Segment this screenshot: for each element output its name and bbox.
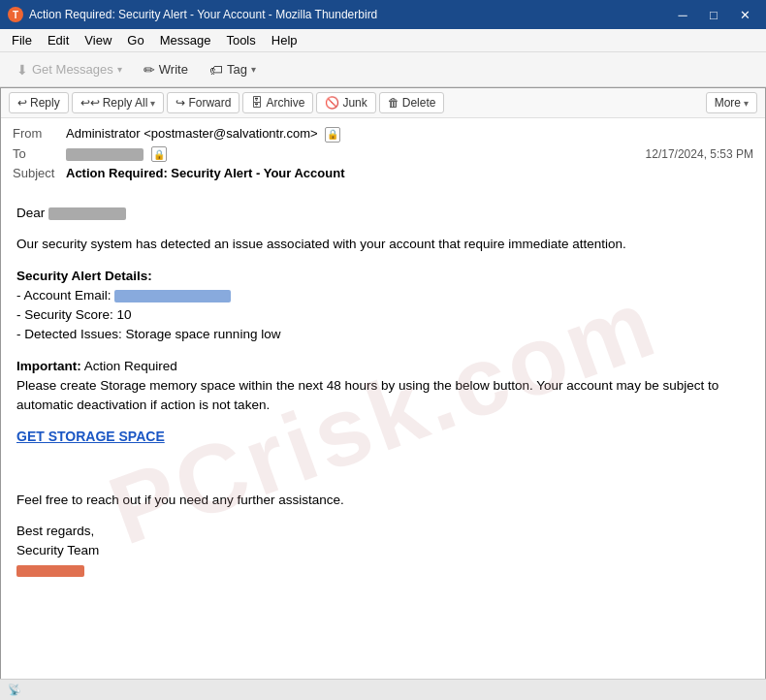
window-controls: ─ □ ✕ <box>669 5 758 24</box>
from-value: Administrator <postmaster@salvationtr.co… <box>66 126 753 143</box>
reply-all-dropdown-icon: ▾ <box>150 98 155 109</box>
tag-icon: 🏷 <box>209 62 223 78</box>
menu-file[interactable]: File <box>4 31 40 49</box>
footer-regards: Best regards, Security Team <box>16 522 750 581</box>
greeting-paragraph: Dear <box>16 204 750 223</box>
forward-button[interactable]: ↪ Forward <box>167 92 239 113</box>
important-label: Important: <box>16 359 81 373</box>
detail-1: - Account Email: <box>16 288 231 302</box>
statusbar-icon: 📡 <box>8 684 21 696</box>
from-address: Administrator <postmaster@salvationtr.co… <box>66 126 318 141</box>
menubar: File Edit View Go Message Tools Help <box>0 29 766 52</box>
details-title: Security Alert Details: <box>16 269 152 283</box>
more-dropdown-icon: ▾ <box>744 98 749 109</box>
email-metadata: From Administrator <postmaster@salvation… <box>1 118 765 188</box>
important-paragraph: Important: Action Required Please create… <box>16 357 750 416</box>
get-messages-label: Get Messages <box>32 62 113 77</box>
tag-dropdown-icon: ▾ <box>251 64 256 75</box>
reply-all-label: Reply All <box>103 96 148 110</box>
recipient-name-blurred <box>48 207 126 220</box>
menu-help[interactable]: Help <box>264 31 305 49</box>
email-date: 12/17/2024, 5:53 PM <box>646 147 753 161</box>
important-text: Action Required <box>84 359 177 373</box>
tag-button[interactable]: 🏷 Tag ▾ <box>201 58 265 81</box>
delete-label: Delete <box>402 96 436 110</box>
menu-edit[interactable]: Edit <box>40 31 77 49</box>
greeting-text: Dear <box>16 206 45 220</box>
action-text: Please create Storage memory space withi… <box>16 378 718 412</box>
detail-3: - Detected Issues: Storage space running… <box>16 327 280 341</box>
get-messages-dropdown-icon: ▾ <box>117 64 122 75</box>
cta-paragraph: GET STORAGE SPACE <box>16 427 750 447</box>
more-button[interactable]: More ▾ <box>706 92 757 113</box>
reply-icon: ↩ <box>17 96 27 110</box>
archive-button[interactable]: 🗄 Archive <box>242 92 313 113</box>
delete-icon: 🗑 <box>388 96 399 110</box>
security-check-icon[interactable]: 🔒 <box>325 127 340 143</box>
delete-button[interactable]: 🗑 Delete <box>379 92 445 113</box>
junk-button[interactable]: 🚫 Junk <box>316 92 375 113</box>
spacer-paragraph <box>16 460 750 479</box>
detail-1-prefix: - Account Email: <box>16 288 112 302</box>
junk-label: Junk <box>342 96 367 110</box>
account-email-blurred <box>114 290 231 302</box>
archive-icon: 🗄 <box>251 96 263 110</box>
archive-label: Archive <box>266 96 304 110</box>
reply-label: Reply <box>30 96 60 110</box>
maximize-button[interactable]: □ <box>700 5 727 24</box>
to-row: To 🔒 12/17/2024, 5:53 PM <box>13 144 753 165</box>
main-toolbar: ⬇ Get Messages ▾ ✏ Write 🏷 Tag ▾ <box>0 52 766 87</box>
intro-paragraph: Our security system has detected an issu… <box>16 235 750 254</box>
write-icon: ✏ <box>144 62 155 78</box>
to-value: 🔒 <box>66 146 646 163</box>
regards-text: Best regards, <box>16 524 94 538</box>
more-label: More <box>715 96 741 110</box>
forward-icon: ↪ <box>176 96 185 110</box>
email-body: PCrisk.com Dear Our security system has … <box>1 188 765 644</box>
subject-row: Subject Action Required: Security Alert … <box>13 164 753 182</box>
reply-all-button[interactable]: ↩↩ Reply All ▾ <box>72 92 165 113</box>
subject-value: Action Required: Security Alert - Your A… <box>66 166 344 180</box>
window-title: Action Required: Security Alert - Your A… <box>29 8 669 21</box>
team-text: Security Team <box>16 543 99 557</box>
tag-label: Tag <box>227 62 247 77</box>
forward-label: Forward <box>188 96 231 110</box>
write-label: Write <box>159 62 188 77</box>
menu-go[interactable]: Go <box>119 31 151 49</box>
email-action-toolbar: ↩ Reply ↩↩ Reply All ▾ ↪ Forward 🗄 Archi… <box>1 88 765 118</box>
get-messages-icon: ⬇ <box>16 62 28 78</box>
menu-view[interactable]: View <box>77 31 119 49</box>
app-icon: T <box>8 7 23 22</box>
signature-blurred <box>16 565 84 577</box>
detail-2: - Security Score: 10 <box>16 307 132 322</box>
titlebar: T Action Required: Security Alert - Your… <box>0 0 766 29</box>
junk-icon: 🚫 <box>325 96 339 110</box>
reply-button[interactable]: ↩ Reply <box>9 92 69 113</box>
details-section: Security Alert Details: - Account Email:… <box>16 267 750 345</box>
email-window: ↩ Reply ↩↩ Reply All ▾ ↪ Forward 🗄 Archi… <box>0 87 766 700</box>
get-storage-space-link[interactable]: GET STORAGE SPACE <box>16 429 165 444</box>
from-label: From <box>13 126 66 141</box>
menu-tools[interactable]: Tools <box>218 31 263 49</box>
close-button[interactable]: ✕ <box>731 5 758 24</box>
from-row: From Administrator <postmaster@salvation… <box>13 124 753 144</box>
to-security-icon[interactable]: 🔒 <box>151 146 167 162</box>
get-messages-button[interactable]: ⬇ Get Messages ▾ <box>8 58 131 81</box>
footer-assist: Feel free to reach out if you need any f… <box>16 491 750 510</box>
minimize-button[interactable]: ─ <box>669 5 696 24</box>
to-label: To <box>13 146 66 161</box>
write-button[interactable]: ✏ Write <box>135 58 197 81</box>
subject-label: Subject <box>13 166 66 180</box>
statusbar: 📡 <box>0 679 766 700</box>
reply-all-icon: ↩↩ <box>80 96 100 110</box>
menu-message[interactable]: Message <box>152 31 219 49</box>
to-address-blurred <box>66 148 144 161</box>
